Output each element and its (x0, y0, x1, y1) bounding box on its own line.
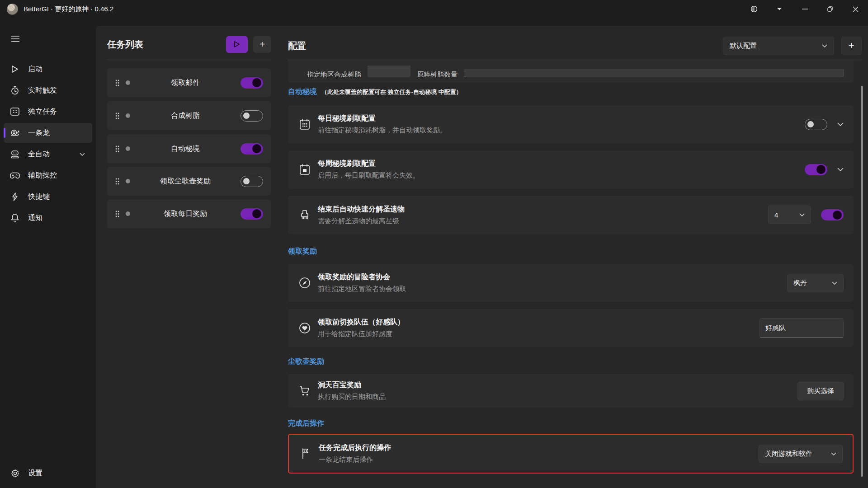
row-subtitle: 用于给指定队伍加好感度 (318, 330, 405, 338)
section-header-teapot: 尘歌壶奖励 (288, 357, 324, 366)
config-row-shop[interactable]: 洞天百宝奖励 执行购买的日期和商品 购买选择 (288, 374, 854, 408)
post-action-select[interactable]: 关闭游戏和软件 (759, 445, 843, 463)
window-controls (741, 0, 868, 18)
task-row[interactable]: 合成树脂 (107, 101, 271, 130)
play-icon (10, 65, 20, 73)
expand-chevron-icon[interactable] (837, 122, 844, 126)
dropdown-triangle-icon[interactable] (767, 0, 792, 18)
section-note: （此处未覆盖的配置可在 独立任务-自动秘境 中配置） (321, 89, 462, 95)
sidebar-item-one-dragon[interactable]: 一条龙 (4, 123, 92, 143)
config-scroll-area[interactable]: 指定地区合成树脂 原粹树脂数量 自动秘境（此处未覆盖的配置可在 独立任务-自动秘… (287, 60, 862, 488)
task-toggle[interactable] (241, 77, 263, 89)
app-title: BetterGI · 更好的原神 · 0.46.2 (24, 5, 113, 14)
run-tasks-button[interactable] (226, 36, 248, 53)
cart-icon (298, 385, 311, 397)
task-row[interactable]: 领取每日奖励 (107, 199, 271, 228)
drag-handle-icon[interactable] (115, 211, 119, 217)
chevron-down-icon (822, 44, 827, 47)
task-toggle[interactable] (241, 208, 263, 220)
row-subtitle: 执行购买的日期和商品 (318, 393, 386, 401)
weekly-domain-toggle[interactable] (805, 164, 827, 175)
salvage-toggle[interactable] (821, 209, 844, 221)
task-label: 自动秘境 (130, 144, 241, 154)
task-label: 领取邮件 (130, 78, 241, 88)
drag-handle-icon[interactable] (115, 80, 119, 86)
task-toggle[interactable] (241, 143, 263, 155)
chevron-down-icon (832, 282, 837, 285)
status-dot (126, 113, 130, 118)
gear-icon (10, 469, 20, 478)
sidebar-item-independent-tasks[interactable]: 独立任务 (4, 102, 92, 122)
add-task-button[interactable]: + (253, 36, 271, 53)
daily-domain-toggle[interactable] (805, 119, 827, 130)
minimize-icon[interactable] (792, 0, 817, 18)
sidebar-item-label: 全自动 (28, 150, 50, 159)
team-name-input[interactable] (760, 318, 844, 338)
partial-row-select[interactable] (368, 66, 410, 77)
sidebar: 启动 实时触发 独立任务 一条龙 全自动 辅助操控 快捷键 通知 (0, 18, 96, 488)
guild-region-value: 枫丹 (793, 279, 807, 287)
task-list-title: 任务列表 (107, 38, 143, 51)
row-subtitle: 需要分解圣遗物的最高星级 (318, 217, 405, 225)
task-card-icon (10, 108, 20, 116)
row-subtitle: 前往指定秘境消耗树脂，并自动领取奖励。 (318, 126, 447, 135)
task-list-panel: 任务列表 + 领取邮件 合成树脂 自动秘境 领取 (107, 26, 271, 488)
sidebar-item-label: 一条龙 (28, 128, 50, 138)
snail-icon (10, 129, 20, 136)
vertical-scrollbar[interactable] (861, 86, 863, 477)
config-row-salvage[interactable]: 结束后自动快速分解圣遗物 需要分解圣遗物的最高星级 4 (288, 196, 854, 234)
salvage-star-select[interactable]: 4 (768, 206, 811, 224)
sidebar-item-notifications[interactable]: 通知 (4, 208, 92, 228)
hotkey-icon (10, 192, 20, 201)
drag-handle-icon[interactable] (115, 145, 119, 152)
calendar-week-icon (298, 164, 311, 175)
task-row[interactable]: 自动秘境 (107, 134, 271, 163)
purchase-select-button[interactable]: 购买选择 (797, 382, 844, 400)
hamburger-menu-icon[interactable] (6, 31, 24, 47)
expand-chevron-icon[interactable] (837, 168, 844, 171)
sidebar-item-label: 实时触发 (28, 86, 57, 95)
sidebar-item-start[interactable]: 启动 (4, 59, 92, 79)
sidebar-item-realtime-trigger[interactable]: 实时触发 (4, 80, 92, 100)
add-profile-button[interactable]: + (841, 37, 862, 55)
section-header-rewards: 领取奖励 (288, 247, 317, 256)
drag-handle-icon[interactable] (115, 178, 119, 185)
config-row-weekly-domain[interactable]: 每周秘境刷取配置 启用后，每日刷取配置将会失效。 (288, 150, 854, 188)
config-row-daily-domain[interactable]: 每日秘境刷取配置 前往指定秘境消耗树脂，并自动领取奖励。 (288, 105, 854, 143)
robot-icon (10, 150, 20, 159)
task-toggle[interactable] (241, 110, 263, 122)
post-action-value: 关闭游戏和软件 (765, 450, 812, 458)
config-title: 配置 (288, 40, 306, 52)
app-avatar (7, 4, 18, 15)
sidebar-item-hotkeys[interactable]: 快捷键 (4, 187, 92, 206)
config-row-post-action[interactable]: 任务完成后执行的操作 一条龙结束后操作 关闭游戏和软件 (288, 434, 854, 474)
sidebar-footer: 设置 (0, 462, 96, 484)
partial-row-input[interactable] (464, 69, 844, 77)
chevron-down-icon (799, 213, 805, 216)
gamepad-icon (10, 172, 20, 179)
row-subtitle: 启用后，每日刷取配置将会失效。 (318, 171, 420, 180)
restore-icon[interactable] (817, 0, 843, 18)
task-toggle[interactable] (241, 176, 263, 187)
close-icon[interactable] (843, 0, 868, 18)
sidebar-item-settings[interactable]: 设置 (4, 463, 92, 483)
config-row-guild[interactable]: 领取奖励的冒险者协会 前往指定地区冒险者协会领取 枫丹 (288, 264, 854, 302)
task-row[interactable]: 领取尘歌壶奖励 (107, 167, 271, 196)
task-row[interactable]: 领取邮件 (107, 68, 271, 97)
guild-region-select[interactable]: 枫丹 (787, 274, 844, 292)
drag-handle-icon[interactable] (115, 113, 119, 119)
compass-icon (298, 277, 311, 289)
stopwatch-icon (10, 86, 20, 95)
chevron-down-icon (831, 452, 836, 455)
sidebar-item-full-auto[interactable]: 全自动 (4, 144, 92, 164)
config-row-partial[interactable]: 指定地区合成树脂 原粹树脂数量 (288, 60, 854, 83)
config-panel: 配置 默认配置 + 指定地区合成树脂 原粹树脂数量 自动秘境（此处未覆盖的配置可… (287, 26, 868, 488)
chevron-down-icon[interactable] (80, 153, 85, 156)
config-row-team[interactable]: 领取前切换队伍（好感队） 用于给指定队伍加好感度 (288, 309, 854, 347)
profile-select[interactable]: 默认配置 (723, 37, 834, 55)
status-dot (126, 211, 130, 216)
status-dot (126, 80, 130, 85)
sidebar-item-assist-control[interactable]: 辅助操控 (4, 165, 92, 185)
contrast-icon[interactable] (741, 0, 767, 18)
heart-circle-icon (298, 322, 311, 334)
